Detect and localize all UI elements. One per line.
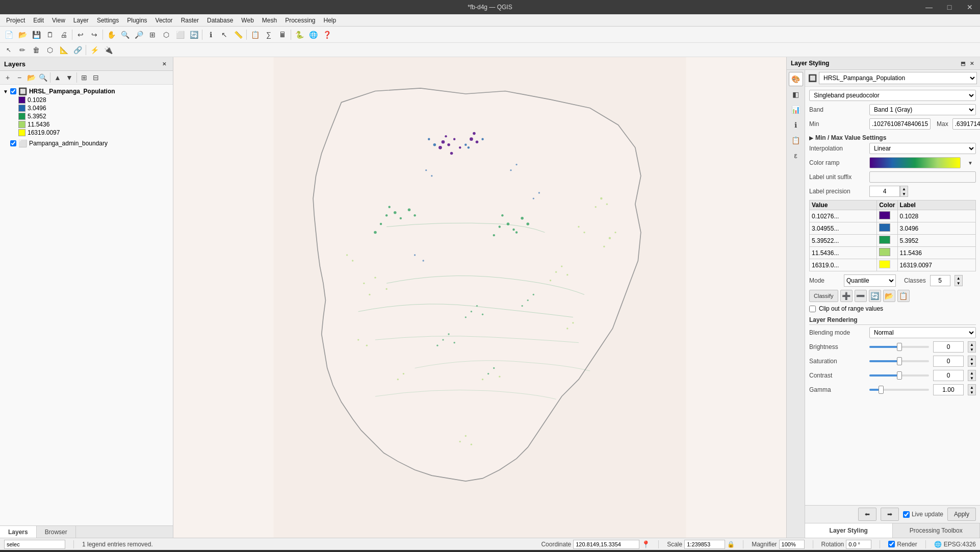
layers-filter-btn[interactable]: 🔍 [37,72,48,83]
label-precision-down-btn[interactable]: ▼ [900,191,908,196]
renderer-select[interactable]: Singleband pseudocolor [809,90,976,101]
row3-color-cell[interactable] [877,235,897,247]
menu-settings[interactable]: Settings [93,16,123,25]
styling-transparent-icon[interactable]: ◧ [789,87,803,102]
tab-browser[interactable]: Browser [37,526,76,538]
menu-vector[interactable]: Vector [151,16,177,25]
edit-btn[interactable]: ✏ [16,43,29,57]
python-btn[interactable]: 🐍 [293,28,306,41]
brightness-value[interactable] [933,341,964,353]
classes-down-btn[interactable]: ▼ [955,281,962,286]
action-btn[interactable]: ⚡ [88,43,101,57]
layer-admin-checkbox[interactable] [10,140,16,146]
contrast-value[interactable] [933,370,964,381]
refresh-btn[interactable]: 🔄 [187,28,200,41]
gamma-down-btn[interactable]: ▼ [968,390,975,395]
table-row[interactable]: 3.04955... 3.0496 [810,222,976,235]
menu-raster[interactable]: Raster [177,16,203,25]
menu-mesh[interactable]: Mesh [258,16,281,25]
save-btn[interactable]: 💾 [30,28,43,41]
band-select[interactable]: Band 1 (Gray) [869,104,976,115]
styling-histogram-icon[interactable]: 📊 [789,103,803,117]
classify-folder-btn[interactable]: 📂 [883,290,895,302]
layers-expand-btn[interactable]: ⊞ [79,72,90,83]
snap-btn[interactable]: 🔗 [71,43,84,57]
attribute-table-btn[interactable]: 📋 [248,28,262,41]
gamma-up-btn[interactable]: ▲ [968,385,975,390]
layers-collapse-btn[interactable]: ⊟ [90,72,101,83]
info-btn[interactable]: ℹ [204,28,217,41]
layer-item-admin[interactable]: ▼ ⬜ Pampanga_admin_boundary [2,139,171,148]
scale-input[interactable] [684,540,725,549]
gamma-value[interactable] [933,384,964,395]
delete-btn[interactable]: 🗑 [30,43,43,57]
styling-close-btn[interactable]: ✕ [968,59,976,67]
menu-edit[interactable]: Edit [29,16,48,25]
table-row[interactable]: 11.5436... 11.5436 [810,247,976,259]
magnifier-input[interactable] [779,540,805,549]
menu-web[interactable]: Web [237,16,257,25]
zoom-select-btn[interactable]: ⬜ [173,28,187,41]
classify-table-btn[interactable]: 📋 [897,290,910,302]
brightness-slider[interactable] [869,346,929,348]
save-as-btn[interactable]: 🗒 [43,28,57,41]
history-forward-btn[interactable]: ➡ [881,508,899,521]
menu-view[interactable]: View [48,16,69,25]
layer-item-hrsl[interactable]: ▼ 🔲 HRSL_Pampanga_Population [2,87,171,96]
table-row[interactable]: 16319.0... 16319.0097 [810,259,976,271]
tab-layer-styling[interactable]: Layer Styling [805,523,893,538]
stats-btn[interactable]: ∑ [262,28,275,41]
row1-color-cell[interactable] [877,210,897,222]
search-input[interactable] [4,540,65,549]
styling-layer-select[interactable]: HRSL_Pampanga_Population [819,72,977,84]
tab-processing-toolbox[interactable]: Processing Toolbox [893,523,981,538]
saturation-down-btn[interactable]: ▼ [968,361,975,366]
clip-checkbox[interactable] [809,306,816,312]
brightness-down-btn[interactable]: ▼ [968,347,975,352]
minmax-settings-row[interactable]: ▶ Min / Max Value Settings [809,133,976,143]
table-row[interactable]: 5.39522... 5.3952 [810,235,976,247]
menu-help[interactable]: Help [320,16,341,25]
print-btn[interactable]: 🖨 [57,28,70,41]
row5-color-cell[interactable] [877,259,897,271]
zoom-full-btn[interactable]: ⊞ [146,28,159,41]
menu-database[interactable]: Database [203,16,237,25]
maximize-button[interactable]: □ [939,0,960,14]
label-precision-input[interactable] [869,186,900,197]
contrast-slider[interactable] [869,374,929,377]
blending-select[interactable]: Normal Multiply Screen [869,327,976,338]
color-ramp-preview[interactable] [869,157,961,168]
vertex-btn[interactable]: 📐 [57,43,70,57]
apply-button[interactable]: Apply [947,508,976,521]
scale-lock-icon[interactable]: 🔒 [727,541,735,548]
table-row[interactable]: 0.10276... 0.1028 [810,210,976,222]
max-input[interactable] [952,118,980,130]
menu-processing[interactable]: Processing [281,16,319,25]
min-input[interactable] [869,118,931,130]
help-btn[interactable]: ❓ [320,28,333,41]
menu-project[interactable]: Project [2,16,29,25]
classify-color-btn[interactable]: 🔄 [869,290,881,302]
pan-btn[interactable]: ✋ [105,28,118,41]
open-btn[interactable]: 📂 [16,28,29,41]
zoom-out-btn[interactable]: 🔎 [132,28,145,41]
color-ramp-dropdown-btn[interactable]: ▼ [965,157,976,168]
classify-button[interactable]: Classify [809,290,838,302]
layers-up-btn[interactable]: ▲ [52,72,63,83]
mode-select[interactable]: Quantile Equal Interval Natural Breaks [844,274,896,287]
layers-close-btn[interactable]: ✕ [160,59,169,68]
saturation-up-btn[interactable]: ▲ [968,356,975,361]
layer-hrsl-checkbox[interactable] [10,88,16,94]
minimize-button[interactable]: — [919,0,939,14]
gamma-slider[interactable] [869,389,929,391]
row2-color-cell[interactable] [877,222,897,235]
menu-plugins[interactable]: Plugins [123,16,151,25]
redo-btn[interactable]: ↪ [88,28,101,41]
row4-color-cell[interactable] [877,247,897,259]
brightness-up-btn[interactable]: ▲ [968,342,975,347]
layers-add-btn[interactable]: + [2,72,13,83]
rotation-input[interactable] [846,540,871,549]
field-calc-btn[interactable]: 🖩 [276,28,289,41]
browser-btn[interactable]: 🌐 [306,28,320,41]
saturation-value[interactable] [933,356,964,367]
